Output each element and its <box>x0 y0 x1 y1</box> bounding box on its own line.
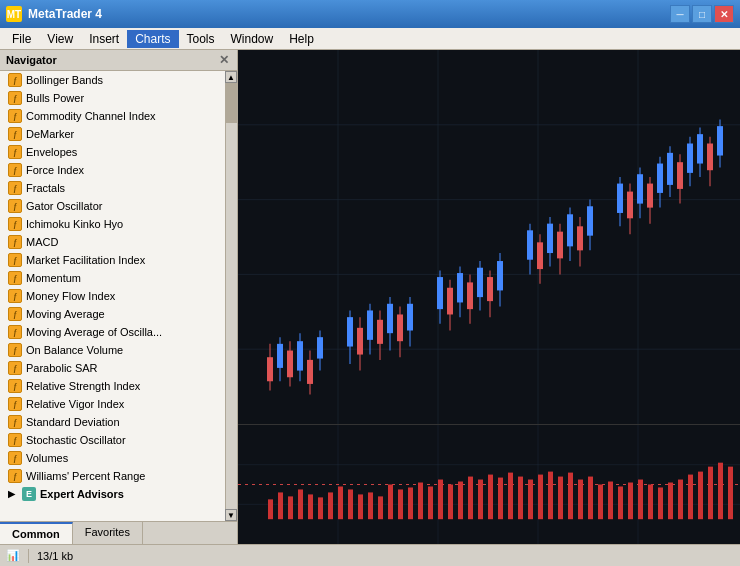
nav-item-16[interactable]: fParabolic SAR <box>0 359 237 377</box>
status-info: 13/1 kb <box>37 550 73 562</box>
svg-rect-95 <box>288 496 293 519</box>
svg-rect-98 <box>318 497 323 519</box>
nav-item-label-1: Bulls Power <box>26 92 84 104</box>
nav-item-4[interactable]: fEnvelopes <box>0 143 237 161</box>
scrollbar-track[interactable]: ▲ ▼ <box>225 71 237 521</box>
navigator-tabs: Common Favorites <box>0 521 237 544</box>
nav-item-7[interactable]: fGator Oscillator <box>0 197 237 215</box>
svg-rect-44 <box>477 268 483 297</box>
svg-rect-66 <box>627 192 633 219</box>
svg-rect-131 <box>648 485 653 520</box>
tab-favorites[interactable]: Favorites <box>73 522 143 544</box>
svg-rect-26 <box>367 310 373 339</box>
nav-item-12[interactable]: fMoney Flow Index <box>0 287 237 305</box>
nav-item-icon-14: f <box>8 325 22 339</box>
svg-rect-28 <box>377 320 383 344</box>
nav-item-0[interactable]: fBollinger Bands <box>0 71 237 89</box>
nav-item-18[interactable]: fRelative Vigor Index <box>0 395 237 413</box>
nav-item-label-22: Williams' Percent Range <box>26 470 145 482</box>
menu-view[interactable]: View <box>39 30 81 48</box>
navigator-list: fBollinger BandsfBulls PowerfCommodity C… <box>0 71 237 521</box>
nav-item-3[interactable]: fDeMarker <box>0 125 237 143</box>
nav-item-13[interactable]: fMoving Average <box>0 305 237 323</box>
nav-item-icon-4: f <box>8 145 22 159</box>
menu-bar: File View Insert Charts Tools Window Hel… <box>0 28 740 50</box>
nav-item-11[interactable]: fMomentum <box>0 269 237 287</box>
svg-rect-121 <box>548 472 553 520</box>
svg-rect-107 <box>408 487 413 519</box>
svg-rect-14 <box>287 351 293 378</box>
nav-item-8[interactable]: fIchimoku Kinko Hyo <box>0 215 237 233</box>
nav-item-label-19: Standard Deviation <box>26 416 120 428</box>
nav-item-icon-11: f <box>8 271 22 285</box>
nav-item-label-6: Fractals <box>26 182 65 194</box>
nav-item-icon-18: f <box>8 397 22 411</box>
svg-rect-114 <box>478 480 483 520</box>
window-controls: ─ □ ✕ <box>670 5 734 23</box>
svg-rect-38 <box>447 288 453 315</box>
tab-common[interactable]: Common <box>0 522 73 544</box>
nav-item-2[interactable]: fCommodity Channel Index <box>0 107 237 125</box>
svg-rect-22 <box>347 317 353 346</box>
menu-tools[interactable]: Tools <box>179 30 223 48</box>
nav-item-19[interactable]: fStandard Deviation <box>0 413 237 431</box>
nav-item-label-21: Volumes <box>26 452 68 464</box>
scrollbar-thumb[interactable] <box>225 83 237 123</box>
chart-svg <box>238 50 740 424</box>
scrollbar-down-button[interactable]: ▼ <box>225 509 237 521</box>
nav-item-label-5: Force Index <box>26 164 84 176</box>
svg-rect-12 <box>277 344 283 368</box>
svg-rect-50 <box>527 230 533 259</box>
navigator-title: Navigator <box>6 54 57 66</box>
menu-window[interactable]: Window <box>223 30 282 48</box>
svg-rect-20 <box>317 337 323 358</box>
close-button[interactable]: ✕ <box>714 5 734 23</box>
nav-item-10[interactable]: fMarket Facilitation Index <box>0 251 237 269</box>
nav-item-20[interactable]: fStochastic Oscillator <box>0 431 237 449</box>
svg-rect-122 <box>558 477 563 520</box>
nav-item-1[interactable]: fBulls Power <box>0 89 237 107</box>
menu-insert[interactable]: Insert <box>81 30 127 48</box>
svg-rect-0 <box>238 50 740 424</box>
svg-rect-100 <box>338 486 343 519</box>
svg-rect-18 <box>307 360 313 384</box>
svg-rect-129 <box>628 483 633 520</box>
menu-help[interactable]: Help <box>281 30 322 48</box>
menu-file[interactable]: File <box>4 30 39 48</box>
svg-rect-134 <box>678 480 683 520</box>
nav-item-9[interactable]: fMACD <box>0 233 237 251</box>
svg-rect-46 <box>487 277 493 301</box>
scrollbar-up-button[interactable]: ▲ <box>225 71 237 83</box>
status-bars-icon: 📊 <box>6 549 20 562</box>
nav-item-6[interactable]: fFractals <box>0 179 237 197</box>
navigator-close-button[interactable]: ✕ <box>217 53 231 67</box>
menu-charts[interactable]: Charts <box>127 30 178 48</box>
svg-rect-117 <box>508 473 513 520</box>
svg-rect-16 <box>297 341 303 370</box>
svg-rect-135 <box>688 475 693 520</box>
nav-item-22[interactable]: fWilliams' Percent Range <box>0 467 237 485</box>
candlestick-chart[interactable] <box>238 50 740 424</box>
nav-item-17[interactable]: fRelative Strength Index <box>0 377 237 395</box>
svg-rect-102 <box>358 494 363 519</box>
status-separator <box>28 549 29 563</box>
svg-rect-136 <box>698 472 703 520</box>
svg-rect-139 <box>728 467 733 520</box>
volume-svg <box>238 425 740 544</box>
nav-item-21[interactable]: fVolumes <box>0 449 237 467</box>
nav-item-5[interactable]: fForce Index <box>0 161 237 179</box>
nav-item-label-7: Gator Oscillator <box>26 200 102 212</box>
minimize-button[interactable]: ─ <box>670 5 690 23</box>
svg-rect-60 <box>577 226 583 250</box>
nav-item-15[interactable]: fOn Balance Volume <box>0 341 237 359</box>
svg-rect-128 <box>618 486 623 519</box>
svg-rect-138 <box>718 463 723 520</box>
restore-button[interactable]: □ <box>692 5 712 23</box>
expert-advisors-section[interactable]: ▶ E Expert Advisors <box>0 485 237 503</box>
nav-item-icon-7: f <box>8 199 22 213</box>
svg-rect-78 <box>687 144 693 173</box>
nav-item-14[interactable]: fMoving Average of Oscilla... <box>0 323 237 341</box>
svg-rect-109 <box>428 486 433 519</box>
svg-rect-70 <box>647 184 653 208</box>
svg-rect-10 <box>267 357 273 381</box>
